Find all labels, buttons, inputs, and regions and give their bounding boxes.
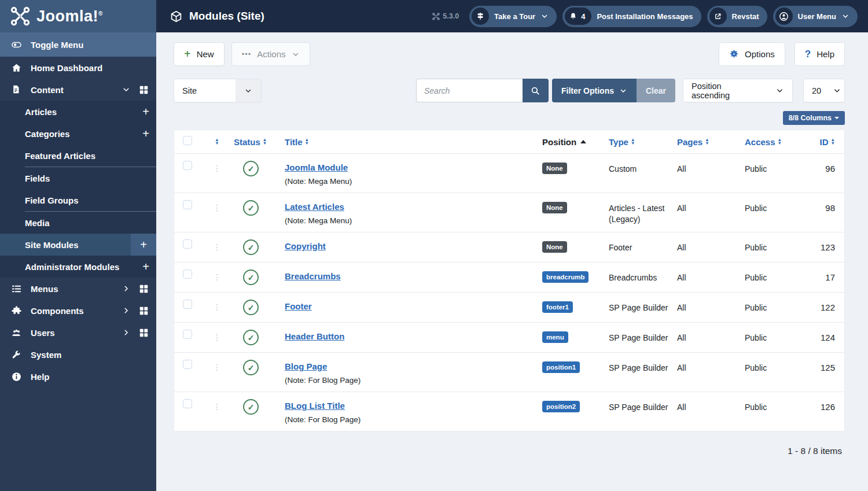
limit-select[interactable]: 20 (803, 79, 845, 102)
status-published-icon[interactable]: ✓ (243, 239, 259, 255)
sidebar-item-featured-articles[interactable]: Featured Articles (0, 145, 156, 167)
menus-dashboard-grid-icon[interactable] (138, 283, 149, 294)
header-type[interactable]: Type▲▼ (609, 137, 673, 147)
row-checkbox[interactable] (183, 399, 192, 408)
module-title-link[interactable]: Joomla Module (285, 163, 348, 172)
ordering-sort-icon[interactable]: ▲▼ (215, 138, 219, 145)
sort-icon: ▲▼ (831, 138, 835, 145)
pages-cell: All (677, 164, 740, 175)
module-title-link[interactable]: Breadcrumbs (285, 271, 341, 281)
status-published-icon[interactable]: ✓ (243, 200, 259, 216)
drag-handle-icon[interactable]: ⋮ (213, 333, 221, 342)
columns-toggle-button[interactable]: 8/8 Columns (783, 111, 845, 125)
user-menu-button[interactable]: User Menu (773, 6, 858, 27)
toggle-menu-button[interactable]: Toggle Menu (0, 32, 156, 57)
status-published-icon[interactable]: ✓ (243, 330, 259, 345)
drag-handle-icon[interactable]: ⋮ (213, 273, 221, 282)
filter-options-button[interactable]: Filter Options (552, 79, 637, 102)
cube-icon (170, 10, 182, 23)
sidebar-item-help[interactable]: Help (0, 366, 156, 387)
sidebar-item-field-groups[interactable]: Field Groups (0, 189, 156, 211)
module-title-link[interactable]: Copyright (285, 241, 326, 251)
chevron-down-icon (236, 79, 261, 102)
content-dashboard-grid-icon[interactable] (138, 84, 149, 95)
add-site-module-button[interactable]: + (131, 234, 156, 256)
sidebar-item-articles[interactable]: Articles + (0, 101, 156, 123)
add-administrator-module-button[interactable]: + (142, 261, 149, 272)
header-pages[interactable]: Pages▲▼ (677, 137, 740, 147)
sidebar-item-components[interactable]: Components (0, 300, 156, 322)
header-position[interactable]: Position (542, 137, 605, 147)
header-id[interactable]: ID▲▼ (820, 137, 835, 147)
sidebar-item-menus[interactable]: Menus (0, 278, 156, 300)
header-title[interactable]: Title▲▼ (285, 137, 536, 147)
type-cell: SP Page Builder (609, 402, 673, 413)
select-all-checkbox[interactable] (183, 136, 192, 145)
post-installation-messages-button[interactable]: 4 Post Installation Messages (562, 6, 701, 27)
row-checkbox[interactable] (183, 200, 192, 209)
drag-handle-icon[interactable]: ⋮ (213, 243, 221, 252)
take-a-tour-button[interactable]: Take a Tour (469, 6, 557, 27)
status-published-icon[interactable]: ✓ (243, 360, 259, 375)
sidebar-item-media[interactable]: Media (0, 212, 156, 234)
help-button[interactable]: ? Help (795, 42, 845, 66)
module-title-link[interactable]: Blog Page (285, 361, 327, 371)
position-badge: None (542, 241, 567, 253)
module-title-link[interactable]: Header Button (285, 331, 344, 341)
options-button[interactable]: Options (719, 42, 785, 66)
components-dashboard-grid-icon[interactable] (138, 305, 149, 316)
id-cell: 122 (808, 302, 835, 312)
search-button[interactable] (523, 79, 549, 102)
status-published-icon[interactable]: ✓ (243, 300, 259, 315)
module-title-link[interactable]: BLog List Title (285, 401, 345, 411)
wrench-icon (11, 349, 22, 360)
header-access[interactable]: Access▲▼ (745, 137, 808, 147)
type-cell: SP Page Builder (609, 363, 673, 374)
status-published-icon[interactable]: ✓ (243, 161, 259, 176)
row-checkbox[interactable] (183, 161, 192, 170)
drag-handle-icon[interactable]: ⋮ (213, 164, 221, 173)
sidebar-item-content[interactable]: Content (0, 79, 156, 101)
gear-icon (729, 49, 739, 59)
sidebar-item-categories[interactable]: Categories + (0, 123, 156, 145)
pages-cell: All (677, 333, 740, 344)
module-title-link[interactable]: Footer (285, 301, 312, 311)
sidebar-item-users[interactable]: Users (0, 322, 156, 344)
users-dashboard-grid-icon[interactable] (138, 327, 149, 338)
row-checkbox[interactable] (183, 300, 192, 309)
new-button[interactable]: + New (174, 42, 225, 66)
plus-icon: + (184, 47, 191, 61)
drag-handle-icon[interactable]: ⋮ (213, 403, 221, 411)
drag-handle-icon[interactable]: ⋮ (213, 363, 221, 372)
add-article-button[interactable]: + (142, 106, 149, 117)
columns-row: 8/8 Columns (156, 102, 868, 125)
status-published-icon[interactable]: ✓ (243, 270, 259, 285)
sidebar-item-fields[interactable]: Fields (0, 167, 156, 189)
sort-icon: ▲▼ (705, 138, 709, 145)
actions-button[interactable]: ••• Actions (231, 42, 310, 66)
row-checkbox[interactable] (183, 239, 192, 249)
sidebar-item-site-modules[interactable]: Site Modules + (0, 234, 156, 256)
row-checkbox[interactable] (183, 270, 192, 279)
sort-select[interactable]: Position ascending (683, 79, 793, 102)
sidebar-item-system[interactable]: System (0, 344, 156, 366)
row-checkbox[interactable] (183, 360, 192, 369)
sidebar-item-home-dashboard[interactable]: Home Dashboard (0, 57, 156, 79)
status-published-icon[interactable]: ✓ (243, 399, 259, 415)
clear-button[interactable]: Clear (637, 79, 675, 102)
table-header-row: ▲▼ Status▲▼ Title▲▼ Position Type▲▼ Page… (174, 130, 844, 153)
client-select[interactable]: Site (174, 79, 262, 102)
drag-handle-icon[interactable]: ⋮ (213, 303, 221, 312)
revstat-button[interactable]: Revstat (707, 6, 767, 27)
module-note: (Note: Mega Menu) (285, 177, 536, 186)
content-submenu: Articles + Categories + Featured Article… (0, 101, 156, 278)
add-category-button[interactable]: + (142, 128, 149, 139)
header-status[interactable]: Status▲▼ (234, 137, 277, 147)
sidebar-item-administrator-modules[interactable]: Administrator Modules + (0, 256, 156, 278)
drag-handle-icon[interactable]: ⋮ (213, 204, 221, 212)
module-title-link[interactable]: Latest Articles (285, 202, 344, 212)
search-input[interactable] (416, 79, 523, 102)
row-checkbox[interactable] (183, 330, 192, 339)
list-icon (11, 283, 22, 294)
home-icon (11, 62, 22, 73)
